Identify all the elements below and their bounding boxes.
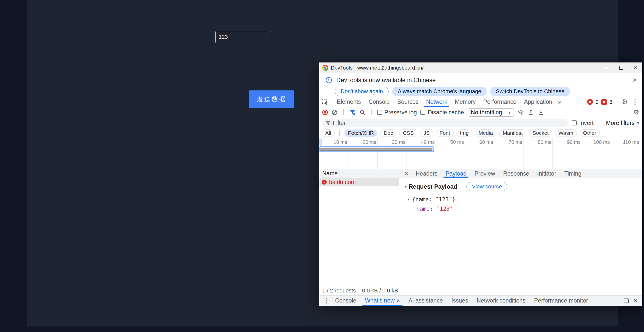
match-chrome-language-button[interactable]: Always match Chrome's language (392, 87, 487, 96)
banner-close-icon[interactable]: × (633, 76, 637, 84)
request-count: 1 / 2 requests (322, 287, 356, 294)
payload-root-preview: {name: ″123″} (412, 196, 455, 203)
drawer-tab-ai-assistance[interactable]: AI assistance (404, 295, 447, 306)
tab-application[interactable]: Application (520, 97, 556, 107)
name-input[interactable] (215, 31, 271, 43)
chip-other[interactable]: Other (580, 129, 600, 137)
detail-tab-preview[interactable]: Preview (471, 169, 499, 178)
filter-funnel-icon[interactable] (349, 109, 356, 116)
tab-console[interactable]: Console (365, 97, 393, 107)
clear-network-log-icon[interactable] (331, 109, 338, 116)
close-whats-new-icon[interactable]: × (397, 297, 400, 304)
view-source-button[interactable]: View source (466, 182, 507, 191)
filter-placeholder: Filter (333, 120, 346, 126)
switch-to-chinese-button[interactable]: Switch DevTools to Chinese (490, 87, 570, 96)
payload-entry[interactable]: name: ″123″ (416, 206, 642, 212)
drawer-menu-icon[interactable]: ⋮ (322, 297, 331, 304)
dock-side-icon[interactable] (624, 298, 629, 303)
tab-sources[interactable]: Sources (393, 97, 422, 107)
tab-memory[interactable]: Memory (451, 97, 479, 107)
send-data-button[interactable]: 发送数据 (249, 90, 294, 108)
maximize-button[interactable] (614, 62, 628, 73)
chip-socket[interactable]: Socket (529, 129, 552, 137)
chip-all[interactable]: All (322, 129, 335, 137)
devtools-titlebar: DevTools - www.meta2dthingsboard.cn/ – × (319, 62, 642, 73)
chip-js[interactable]: JS (420, 129, 433, 137)
chip-doc[interactable]: Doc (380, 129, 396, 137)
tick-label: 100 ms (582, 138, 611, 146)
detail-tab-payload[interactable]: Payload (442, 169, 470, 178)
close-drawer-icon[interactable]: × (634, 297, 638, 305)
close-detail-icon[interactable]: × (402, 170, 411, 178)
more-filters-label: More filters (606, 120, 635, 126)
divider (339, 130, 340, 136)
filter-input[interactable]: Filter (322, 119, 568, 127)
tab-network[interactable]: Network (422, 97, 451, 107)
throttling-select[interactable]: No throttling ▾ (468, 108, 514, 117)
inspect-element-icon[interactable] (321, 99, 329, 105)
tick-label: 10 ms (319, 138, 348, 146)
chrome-logo-icon (322, 65, 328, 71)
disable-cache-checkbox[interactable]: Disable cache (420, 109, 464, 116)
dont-show-again-button[interactable]: Don't show again (335, 87, 389, 96)
drawer-tab-performance-monitor[interactable]: Performance monitor (530, 295, 592, 306)
search-icon[interactable] (359, 109, 366, 116)
request-row-baidu[interactable]: × baidu.com (319, 178, 399, 186)
more-tabs-icon[interactable]: » (556, 98, 563, 106)
more-options-icon[interactable]: ⋮ (630, 98, 640, 106)
payload-value: ″123″ (436, 206, 453, 212)
chip-fetch-xhr[interactable]: Fetch/XHR (344, 129, 377, 137)
dropdown-arrow-icon: ▾ (637, 120, 639, 126)
network-conditions-icon[interactable] (517, 109, 524, 116)
requests-empty-area (319, 186, 399, 286)
invert-checkbox[interactable]: Invert (572, 120, 594, 126)
record-network-log-button[interactable] (322, 110, 328, 115)
request-type-filters: All Fetch/XHR Doc CSS JS Font Img Media … (319, 128, 642, 138)
tab-elements[interactable]: Elements (333, 97, 365, 107)
error-badge-icon[interactable]: × (587, 99, 593, 105)
drawer-tab-console[interactable]: Console (331, 295, 360, 306)
overview-left-grip[interactable] (319, 139, 321, 146)
column-header-name[interactable]: Name (319, 169, 399, 178)
requests-panel: Name × baidu.com 1 / 2 requests 0.0 kB /… (319, 169, 399, 295)
network-overview-timeline[interactable]: 10 ms 20 ms 30 ms 40 ms 50 ms 60 ms 70 m… (319, 138, 642, 169)
checkbox-icon (420, 110, 425, 115)
drawer-tab-network-conditions[interactable]: Network conditions (472, 295, 530, 306)
overview-selection[interactable] (319, 146, 434, 152)
drawer-tab-issues[interactable]: Issues (447, 295, 472, 306)
tab-performance[interactable]: Performance (479, 97, 520, 107)
settings-gear-icon[interactable]: ⚙ (622, 98, 628, 105)
export-har-icon[interactable] (538, 109, 544, 116)
chip-manifest[interactable]: Manifest (499, 129, 526, 137)
tick-label: 20 ms (348, 138, 378, 146)
minimize-button[interactable]: – (600, 62, 614, 73)
chip-wasm[interactable]: Wasm (555, 129, 577, 137)
checkbox-icon (377, 110, 382, 115)
chip-img[interactable]: Img (456, 129, 472, 137)
payload-root-node[interactable]: ▾ {name: ″123″} (407, 196, 642, 203)
detail-tab-headers[interactable]: Headers (412, 169, 441, 178)
network-settings-gear-icon[interactable]: ⚙ (633, 109, 639, 116)
chip-font[interactable]: Font (436, 129, 454, 137)
import-har-icon[interactable] (528, 109, 534, 116)
detail-tab-response[interactable]: Response (500, 169, 533, 178)
detail-tab-initiator[interactable]: Initiator (534, 169, 560, 178)
issues-badge-icon[interactable]: × (601, 99, 607, 105)
tick-label: 60 ms (465, 138, 494, 146)
chip-media[interactable]: Media (475, 129, 496, 137)
panel-tab-bar: Elements Console Sources Network Memory … (319, 97, 642, 107)
language-banner: i DevTools is now available in Chinese ×… (319, 73, 642, 97)
maximize-icon (619, 66, 623, 70)
tick-label: 110 ms (611, 138, 640, 146)
tick-label: 90 ms (553, 138, 582, 146)
more-filters-button[interactable]: More filters ▾ (606, 120, 639, 126)
transferred-size: 0.0 kB / 0.0 kB tra (362, 287, 399, 294)
payload-section-title: Request Payload (409, 183, 457, 190)
detail-tab-timing[interactable]: Timing (561, 169, 585, 178)
chip-css[interactable]: CSS (399, 129, 417, 137)
overview-load-bar (320, 148, 432, 151)
drawer-tab-whats-new[interactable]: What's new × (360, 295, 404, 306)
section-expander-icon[interactable]: ▾ (405, 184, 407, 189)
preserve-log-checkbox[interactable]: Preserve log (377, 109, 417, 116)
close-button[interactable]: × (628, 62, 642, 73)
